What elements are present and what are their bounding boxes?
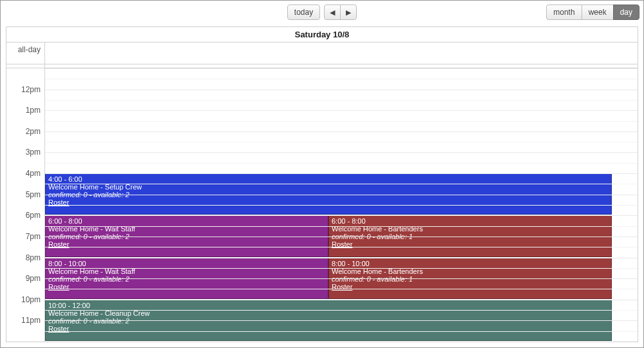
hour-label: 2pm [26, 127, 41, 136]
half-hour-line [45, 121, 638, 122]
event-time: 8:00 - 10:00 [48, 260, 325, 267]
time-gutter: 12pm1pm2pm3pm4pm5pm6pm7pm8pm9pm10pm11pm [6, 68, 45, 342]
half-hour-line [45, 289, 638, 289]
half-hour-line [45, 184, 638, 184]
hour-label: 10pm [21, 295, 41, 304]
view-month-button[interactable]: month [546, 5, 582, 20]
event-time: 8:00 - 10:00 [332, 260, 609, 267]
hour-line [45, 90, 638, 90]
hour-line [45, 237, 638, 237]
hour-line [45, 320, 638, 321]
hour-line [45, 110, 638, 111]
hour-line [45, 300, 638, 300]
date-header: Saturday 10/8 [6, 27, 638, 43]
hour-line [45, 173, 638, 174]
hour-label: 3pm [26, 148, 41, 157]
half-hour-line [45, 100, 638, 101]
half-hour-line [45, 163, 638, 164]
hour-label: 8pm [26, 253, 41, 262]
event-time: 4:00 - 6:00 [48, 175, 609, 183]
hour-line [45, 215, 638, 216]
nav-arrows: ◀ ▶ [324, 5, 357, 20]
calendar-toolbar: today ◀ ▶ month week day [5, 5, 639, 21]
allday-label: all-day [6, 43, 45, 64]
hour-line [45, 195, 638, 195]
time-grid[interactable]: 12pm1pm2pm3pm4pm5pm6pm7pm8pm9pm10pm11pm … [6, 68, 638, 342]
today-button[interactable]: today [287, 5, 320, 20]
date-label: Saturday 10/8 [295, 30, 350, 39]
hour-label: 11pm [21, 316, 41, 325]
hour-line [45, 68, 638, 69]
hour-line [45, 258, 638, 258]
hour-line [45, 278, 638, 279]
prev-button[interactable]: ◀ [324, 5, 341, 20]
event-time: 6:00 - 8:00 [48, 217, 325, 225]
half-hour-line [45, 226, 638, 227]
hour-label: 6pm [26, 211, 41, 220]
time-area[interactable]: 4:00 - 6:00Welcome Home - Setup Crewconf… [45, 68, 638, 342]
view-switcher: month week day [546, 5, 639, 20]
hour-line [45, 131, 638, 132]
hour-label: 7pm [26, 232, 41, 241]
half-hour-line [45, 268, 638, 269]
half-hour-line [45, 331, 638, 332]
calendar: Saturday 10/8 all-day 12pm1pm2pm3pm4pm5p… [6, 26, 638, 342]
toolbar-center: today ◀ ▶ [5, 5, 639, 20]
half-hour-line [45, 79, 638, 79]
view-day-button[interactable]: day [613, 5, 639, 20]
hour-label: 1pm [26, 106, 41, 115]
hour-label: 5pm [26, 190, 41, 199]
allday-row: all-day [6, 43, 638, 64]
view-week-button[interactable]: week [582, 5, 614, 20]
hour-line [45, 152, 638, 153]
next-button[interactable]: ▶ [340, 5, 357, 20]
event-time: 10:00 - 12:00 [48, 302, 609, 309]
hour-label: 12pm [21, 85, 41, 94]
half-hour-line [45, 142, 638, 142]
hour-label: 9pm [26, 274, 41, 283]
allday-cell[interactable] [45, 43, 638, 64]
half-hour-line [45, 310, 638, 311]
half-hour-line [45, 205, 638, 206]
half-hour-line [45, 247, 638, 247]
hour-label: 4pm [26, 169, 41, 178]
calendar-app: today ◀ ▶ month week day Saturday 10/8 a… [0, 0, 644, 348]
event-time: 6:00 - 8:00 [332, 217, 609, 225]
